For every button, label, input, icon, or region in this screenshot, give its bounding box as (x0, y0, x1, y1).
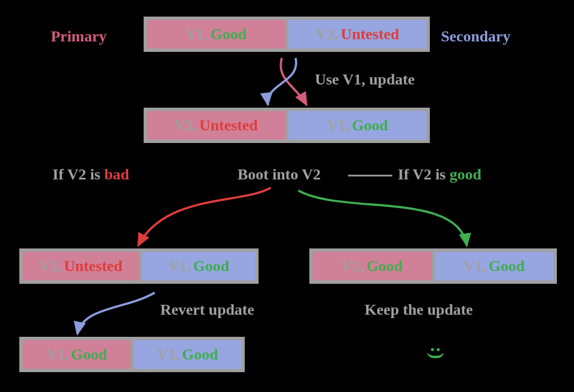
row4-right-version: V1, (157, 346, 180, 363)
row4-left-status: Good (71, 346, 107, 363)
row3r-left-status: Good (366, 257, 402, 275)
if-v2-bad-word: bad (104, 166, 129, 183)
state-row3-right: V2, Good V1, Good (309, 248, 557, 284)
row1-right-status: Untested (341, 25, 399, 43)
arrow-pink-swap (281, 58, 307, 105)
state-row4: V1, Good V1, Good (19, 337, 245, 372)
row1-left-status: Good (210, 25, 246, 43)
row3r-right: V1, Good (435, 252, 554, 280)
row1-left: V1, Good (147, 20, 285, 49)
row2-left-status: Untested (199, 116, 258, 134)
row4-right-status: Good (182, 346, 218, 363)
if-v2-good-prefix: If V2 is (398, 166, 450, 183)
arrow-revert (77, 293, 155, 334)
row3l-right-version: V1, (168, 257, 191, 275)
smile-icon: :) (426, 347, 447, 359)
row2-right-version: V1, (327, 116, 350, 134)
state-row1: V1, Good V2, Untested (144, 17, 430, 52)
row3l-right-status: Good (193, 257, 229, 275)
boot-into-v2-label: Boot into V2 (238, 166, 320, 183)
row1-left-version: V1, (186, 25, 208, 43)
state-row3-left: V2, Untested V1, Good (19, 248, 259, 284)
row2-left: V2, Untested (147, 111, 285, 140)
arrow-blue-swap (268, 58, 296, 105)
row3r-right-version: V1, (464, 257, 486, 275)
row3r-left: V2, Good (313, 252, 431, 280)
secondary-label: Secondary (441, 28, 510, 45)
row3l-left-version: V2, (39, 257, 62, 275)
arrows-layer (0, 0, 574, 392)
row3l-left-status: Untested (64, 257, 123, 275)
row2-right: V1, Good (288, 111, 426, 140)
arrow-green-good (298, 190, 467, 246)
use-v1-update-label: Use V1, update (315, 71, 415, 88)
row4-right: V1, Good (134, 340, 241, 369)
revert-update-label: Revert update (160, 301, 254, 319)
row1-right: V2, Untested (288, 20, 426, 49)
arrow-red-bad (138, 188, 271, 246)
state-row2: V2, Untested V1, Good (144, 108, 430, 143)
keep-update-label: Keep the update (365, 301, 473, 319)
if-v2-good-label: If V2 is good (398, 166, 481, 183)
primary-label: Primary (51, 28, 107, 45)
row2-right-status: Good (352, 116, 388, 134)
row4-left-version: V1, (46, 346, 69, 363)
if-v2-bad-label: If V2 is bad (52, 166, 129, 183)
row3r-left-version: V2, (341, 257, 364, 275)
row3l-left: V2, Untested (23, 252, 139, 280)
row2-left-version: V2, (175, 116, 197, 134)
row3l-right: V1, Good (142, 252, 255, 280)
if-v2-good-word: good (450, 166, 482, 183)
row1-right-version: V2, (316, 25, 339, 43)
row3r-right-status: Good (488, 257, 524, 275)
row4-left: V1, Good (23, 340, 130, 369)
if-v2-bad-prefix: If V2 is (52, 166, 104, 183)
